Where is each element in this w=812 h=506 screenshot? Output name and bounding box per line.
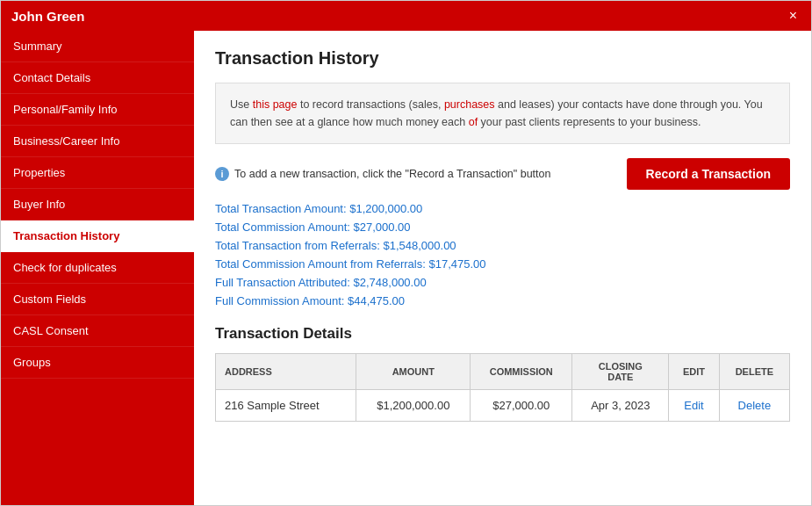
info-icon: i [215,167,229,181]
sidebar-item-properties[interactable]: Properties [1,157,194,189]
window-title: John Green [11,9,84,24]
sidebar-item-personal-family-info[interactable]: Personal/Family Info [1,94,194,126]
table-header-row: ADDRESS AMOUNT COMMISSION CLOSINGDATE ED… [216,354,790,390]
sidebar: SummaryContact DetailsPersonal/Family In… [1,31,194,505]
col-delete: DELETE [719,354,789,390]
cell-delete[interactable]: Delete [719,390,789,422]
info-box-link-this: this page [253,98,298,111]
stat-line: Total Commission Amount: $27,000.00 [215,220,790,234]
stat-line: Total Commission Amount from Referrals: … [215,257,790,271]
table-header: ADDRESS AMOUNT COMMISSION CLOSINGDATE ED… [216,354,790,390]
info-box: Use this page to record transactions (sa… [215,83,790,144]
info-box-text: Use this page to record transactions (sa… [230,98,763,128]
col-closing-date: CLOSINGDATE [572,354,669,390]
action-hint: i To add a new transaction, click the "R… [215,167,550,181]
delete-link[interactable]: Delete [738,399,772,412]
stat-line: Total Transaction from Referrals: $1,548… [215,239,790,252]
sidebar-item-custom-fields[interactable]: Custom Fields [1,284,194,315]
sidebar-item-transaction-history[interactable]: Transaction History [1,220,194,252]
cell-commission: $27,000.00 [471,390,572,422]
page-title: Transaction History [215,48,790,69]
main-content: Transaction History Use this page to rec… [194,31,811,505]
close-button[interactable]: × [786,8,801,24]
details-section-title: Transaction Details [215,325,790,343]
col-edit: EDIT [669,354,719,390]
main-window: John Green × SummaryContact DetailsPerso… [0,0,812,506]
cell-address: 216 Sample Street [216,390,356,422]
transactions-table: ADDRESS AMOUNT COMMISSION CLOSINGDATE ED… [215,353,790,422]
stat-line: Full Commission Amount: $44,475.00 [215,294,790,307]
edit-link[interactable]: Edit [684,399,703,412]
cell-amount: $1,200,000.00 [356,390,471,422]
action-row: i To add a new transaction, click the "R… [215,158,790,190]
table-body: 216 Sample Street$1,200,000.00$27,000.00… [216,390,790,422]
cell-edit[interactable]: Edit [669,390,719,422]
content-area: SummaryContact DetailsPersonal/Family In… [1,31,811,505]
title-bar: John Green × [1,1,811,31]
table-row: 216 Sample Street$1,200,000.00$27,000.00… [216,390,790,422]
sidebar-item-groups[interactable]: Groups [1,347,194,379]
info-box-link-purchases: purchases [444,98,495,111]
record-transaction-button[interactable]: Record a Transaction [627,158,790,190]
action-hint-text: To add a new transaction, click the "Rec… [234,168,550,180]
col-amount: AMOUNT [356,354,471,390]
sidebar-item-summary[interactable]: Summary [1,31,194,62]
sidebar-item-contact-details[interactable]: Contact Details [1,62,194,94]
col-address: ADDRESS [216,354,356,390]
sidebar-item-casl-consent[interactable]: CASL Consent [1,315,194,347]
cell-closing-date: Apr 3, 2023 [572,390,669,422]
sidebar-item-buyer-info[interactable]: Buyer Info [1,189,194,220]
stats-section: Total Transaction Amount: $1,200,000.00T… [215,202,790,307]
sidebar-item-check-for-duplicates[interactable]: Check for duplicates [1,252,194,284]
sidebar-item-business-career-info[interactable]: Business/Career Info [1,126,194,157]
col-commission: COMMISSION [471,354,572,390]
info-box-link-of: of [469,116,478,128]
stat-line: Full Transaction Attributed: $2,748,000.… [215,276,790,289]
stat-line: Total Transaction Amount: $1,200,000.00 [215,202,790,215]
